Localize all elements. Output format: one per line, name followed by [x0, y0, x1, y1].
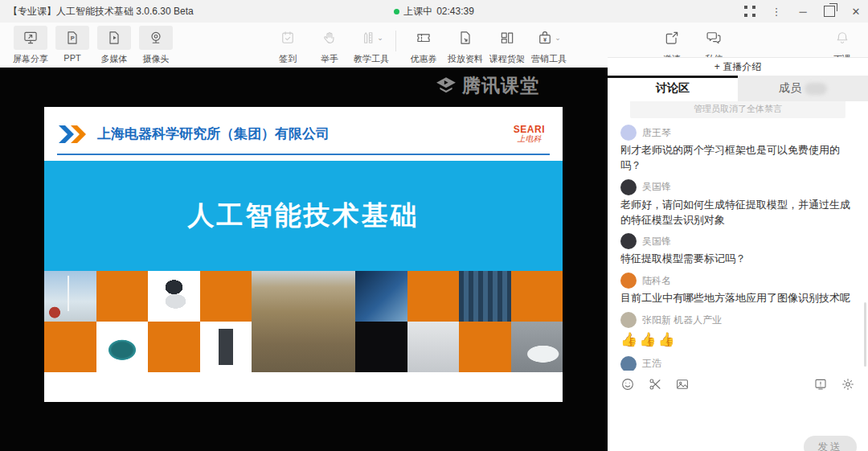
- avatar: [620, 356, 637, 371]
- ppt-button[interactable]: P PPT: [51, 26, 93, 63]
- mosaic-tile-solar-panel-photo: [355, 271, 407, 322]
- chat-message: 唐王琴 刚才老师说的两个学习框架也是可以免费使用的吗？: [620, 125, 855, 174]
- mosaic-tile-orange: [44, 322, 96, 372]
- sender-name: 王浩: [642, 357, 661, 371]
- avatar: [620, 273, 637, 289]
- course-shelf-button[interactable]: 课程货架: [486, 26, 528, 65]
- calendar-check-icon: [271, 26, 305, 50]
- mosaic-tile-institute-building-photo: [252, 271, 355, 372]
- avatar: [620, 312, 637, 328]
- message-text: 特征提取模型需要标记吗？: [620, 252, 855, 267]
- live-intro-tab[interactable]: + 直播介绍: [608, 58, 868, 76]
- end-class-bell-icon: [825, 26, 859, 50]
- tab-discussion[interactable]: 讨论区: [608, 76, 738, 101]
- chat-input-toolbar: [608, 371, 868, 392]
- window-controls: ⋮ ─ ✕: [744, 0, 862, 23]
- message-list[interactable]: 管理员取消了全体禁言 唐王琴 刚才老师说的两个学习框架也是可以免费使用的吗？ 吴…: [608, 101, 868, 371]
- marketing-bag-icon: ¥⌄: [532, 26, 566, 50]
- tencent-classroom-window: 【专业课】人工智能技术基础 3.0.6.30 Beta 上课中 02:43:39…: [0, 0, 868, 451]
- media-play-icon: [97, 26, 131, 50]
- slide-banner: 人工智能技术基础: [44, 161, 563, 271]
- message-text: 老师好，请问如何生成特征提取模型，并通过生成的特征模型去识别对象: [620, 198, 855, 228]
- more-menu-icon[interactable]: ⋮: [771, 6, 782, 17]
- window-title: 【专业课】人工智能技术基础 3.0.6.30 Beta: [8, 5, 194, 18]
- seari-logo-line2: 上电科: [514, 135, 545, 144]
- chat-panel: + 直播介绍 讨论区 成员 管理员取消了全体禁言 唐王琴 刚才老师说的两个学习框…: [608, 57, 868, 451]
- watermark-text: 腾讯课堂: [462, 73, 539, 98]
- materials-button[interactable]: 投放资料: [444, 26, 486, 65]
- push-materials-icon: [448, 26, 482, 50]
- chat-message: 张阳新 机器人产业 👍👍👍: [620, 312, 855, 351]
- svg-text:P: P: [71, 35, 75, 42]
- send-button[interactable]: 发送: [804, 436, 857, 451]
- mosaic-tile-circuit-breaker-photo: [200, 322, 252, 372]
- mosaic-tile-orange: [200, 271, 252, 322]
- message-emoji: 👍👍👍: [620, 330, 855, 351]
- slide-footer: [44, 372, 563, 402]
- marketing-tools-button[interactable]: ¥⌄ 营销工具: [528, 26, 570, 65]
- message-text: 刚才老师说的两个学习框架也是可以免费使用的吗？: [620, 143, 855, 174]
- slide-header: 上海电器科学研究所（集团）有限公司 SEARI 上电科: [44, 107, 563, 161]
- slide: 上海电器科学研究所（集团）有限公司 SEARI 上电科 人工智能技术基础: [44, 107, 563, 402]
- checkin-button[interactable]: 签到: [267, 26, 309, 65]
- layout-grid-icon[interactable]: [744, 6, 755, 17]
- sender-name: 陆科名: [642, 274, 671, 288]
- mosaic-tile-robot-photo: [148, 271, 200, 322]
- toolbar-divider: [395, 31, 396, 51]
- photo-mosaic: [44, 271, 563, 372]
- close-button[interactable]: ✕: [850, 6, 862, 17]
- avatar: [620, 125, 637, 141]
- camera-button[interactable]: 摄像头: [135, 26, 177, 65]
- sender-name: 吴国锋: [642, 235, 671, 248]
- avatar: [620, 179, 637, 195]
- mute-cancel-notice: 管理员取消了全体禁言: [630, 101, 846, 118]
- mosaic-tile-orange: [148, 322, 200, 372]
- chat-message: 王浩 😗: [620, 356, 855, 371]
- restore-button[interactable]: [824, 6, 835, 17]
- raise-hand-button[interactable]: 举手: [309, 26, 350, 65]
- coupon-ticket-icon: [407, 26, 440, 50]
- tencent-classroom-logo-icon: [436, 76, 457, 96]
- class-timer: 02:43:39: [436, 6, 474, 17]
- emoji-picker-icon[interactable]: [620, 377, 635, 392]
- class-tools-group: 签到 举手 ⌄ 教学工具 优惠券: [267, 26, 570, 65]
- mosaic-tile-motor-photo: [96, 322, 149, 372]
- tab-members[interactable]: 成员: [738, 76, 868, 101]
- seari-logo-line1: SEARI: [514, 125, 545, 135]
- member-count-blurred: [805, 83, 827, 95]
- message-text: 目前工业中有哪些地方落地应用了图像识别技术呢: [620, 291, 855, 306]
- chat-scrollbar[interactable]: [864, 302, 866, 367]
- chat-settings-gear-icon[interactable]: [841, 377, 855, 392]
- multimedia-button[interactable]: 多媒体: [93, 26, 135, 65]
- mosaic-tile-electrical-equipment-photo: [459, 271, 511, 322]
- svg-text:¥: ¥: [543, 36, 547, 43]
- mosaic-tile-orange: [511, 271, 563, 322]
- webcam-icon: [139, 26, 173, 50]
- slide-title: 人工智能技术基础: [188, 198, 420, 234]
- presentation-stage: 腾讯课堂 上海电器科学研究所（集团）有限公司 SEARI 上电科 人工智能技术基…: [0, 68, 608, 451]
- double-chevron-logo-icon: [57, 125, 89, 144]
- message-alert-icon[interactable]: [813, 377, 828, 392]
- sender-name: 唐王琴: [642, 126, 671, 140]
- chat-message: 陆科名 目前工业中有哪些地方落地应用了图像识别技术呢: [620, 273, 855, 306]
- mosaic-tile-orange: [459, 322, 511, 372]
- mosaic-tile-lobby-photo: [407, 322, 460, 372]
- mosaic-tile-orange: [96, 271, 149, 322]
- minimize-button[interactable]: ─: [797, 6, 809, 17]
- chat-message: 吴国锋 特征提取模型需要标记吗？: [620, 233, 855, 267]
- mosaic-tile-orange: [407, 271, 460, 322]
- status-label: 上课中: [403, 5, 432, 18]
- chat-bubbles-icon: [697, 26, 731, 50]
- ppt-file-icon: P: [55, 26, 89, 50]
- image-upload-icon[interactable]: [675, 377, 690, 392]
- coupon-button[interactable]: 优惠券: [403, 26, 444, 65]
- screenshot-scissors-icon[interactable]: [648, 377, 662, 392]
- screen-share-button[interactable]: 屏幕分享: [10, 26, 51, 65]
- teaching-tools-button[interactable]: ⌄ 教学工具: [350, 26, 392, 65]
- teaching-tools-icon: ⌄: [354, 26, 388, 50]
- sender-name: 张阳新 机器人产业: [642, 314, 722, 327]
- source-buttons-group: 屏幕分享 P PPT 多媒体 摄像头: [10, 26, 177, 65]
- mosaic-tile-wind-turbine-photo: [44, 271, 96, 322]
- seari-logo: SEARI 上电科: [514, 125, 545, 143]
- header-rule: [57, 154, 550, 155]
